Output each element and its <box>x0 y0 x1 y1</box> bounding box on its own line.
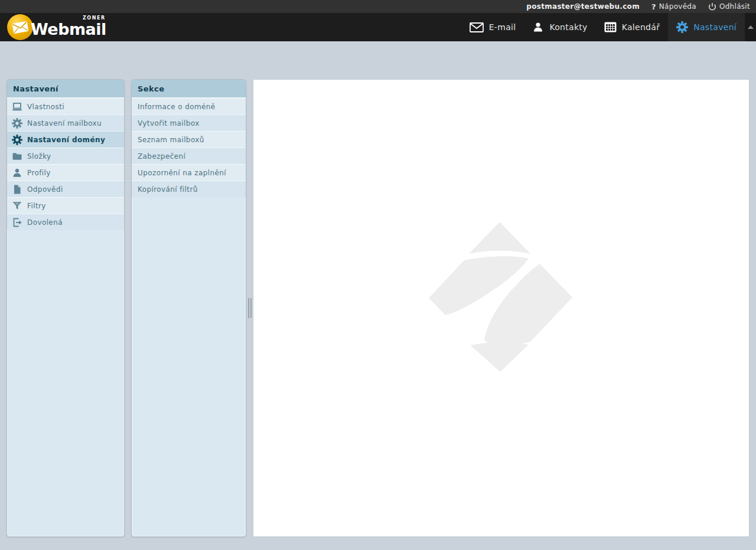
settings-item-dovolena[interactable]: Dovolená <box>7 214 124 230</box>
envelope-logo-icon <box>7 14 33 40</box>
person-icon <box>12 168 22 178</box>
nav-email[interactable]: E-mail <box>461 13 524 41</box>
settings-item-label: Nastavení domény <box>27 136 105 144</box>
monitor-icon <box>12 102 22 112</box>
calendar-icon <box>604 22 617 32</box>
settings-item-label: Dovolená <box>27 218 63 227</box>
settings-item-filtry[interactable]: Filtry <box>7 197 124 214</box>
funnel-icon <box>12 201 22 211</box>
settings-panel-title: Nastavení <box>7 80 124 98</box>
section-item-informace-o-domene[interactable]: Informace o doméně <box>132 98 246 114</box>
panel-splitter[interactable] <box>246 79 253 537</box>
zoner-watermark-logo <box>428 221 573 372</box>
nav-nastaveni[interactable]: Nastavení <box>668 13 745 41</box>
nav-kalendar-label: Kalendář <box>622 22 660 32</box>
question-icon: ? <box>651 2 656 11</box>
section-item-label: Vytvořit mailbox <box>138 119 200 127</box>
gear-icon <box>676 21 688 33</box>
person-icon <box>532 21 544 33</box>
nav-email-label: E-mail <box>489 22 516 32</box>
nav-kontakty-label: Kontakty <box>549 22 587 32</box>
collapse-header-button[interactable] <box>745 13 756 41</box>
section-item-label: Zabezpečení <box>138 152 185 161</box>
section-item-seznam-mailboxu[interactable]: Seznam mailboxů <box>132 131 246 148</box>
settings-item-label: Složky <box>27 152 51 161</box>
chevron-up-icon <box>748 25 754 29</box>
webmail-logo[interactable]: ZONER Webmail <box>7 14 106 40</box>
envelope-icon <box>470 22 484 32</box>
section-item-kopirovani-filtru[interactable]: Kopírování filtrů <box>132 181 246 197</box>
logo-zoner-label: ZONER <box>83 15 106 21</box>
topbar: postmaster@testwebu.com ? Nápověda Odhlá… <box>0 0 756 13</box>
settings-item-vlastnosti[interactable]: Vlastnosti <box>7 98 124 114</box>
settings-item-label: Odpovědi <box>27 185 63 194</box>
section-item-zabezpeceni[interactable]: Zabezpečení <box>132 148 246 164</box>
gear-icon <box>12 135 22 145</box>
section-item-label: Kopírování filtrů <box>138 185 198 194</box>
section-item-label: Upozornění na zaplnění <box>138 169 226 177</box>
settings-panel: Nastavení Vlastnosti Nastavení mailboxu … <box>6 79 125 537</box>
app-header: ZONER Webmail E-mail Kontakty Kalendář <box>0 13 756 41</box>
content-panel <box>253 79 750 537</box>
settings-item-label: Nastavení mailboxu <box>27 119 102 127</box>
section-item-vytvorit-mailbox[interactable]: Vytvořit mailbox <box>132 114 246 131</box>
settings-item-slozky[interactable]: Složky <box>7 148 124 164</box>
section-item-label: Informace o doméně <box>138 103 216 111</box>
sections-panel-title: Sekce <box>132 80 246 98</box>
nav-kontakty[interactable]: Kontakty <box>524 13 595 41</box>
folder-icon <box>12 151 22 162</box>
nav-kalendar[interactable]: Kalendář <box>596 13 669 41</box>
help-label: Nápověda <box>659 2 696 11</box>
gear-icon <box>12 118 22 129</box>
settings-item-label: Filtry <box>27 202 46 210</box>
user-email: postmaster@testwebu.com <box>526 2 640 11</box>
settings-item-odpovedi[interactable]: Odpovědi <box>7 181 124 197</box>
logout-label: Odhlásit <box>719 2 750 11</box>
power-icon <box>708 2 716 11</box>
logo-text: ZONER Webmail <box>31 17 106 37</box>
settings-item-nastaveni-domeny[interactable]: Nastavení domény <box>7 131 124 148</box>
exit-icon <box>12 217 22 228</box>
settings-item-label: Profily <box>27 169 51 177</box>
sections-panel: Sekce Informace o doméně Vytvořit mailbo… <box>131 79 246 537</box>
section-item-label: Seznam mailboxů <box>138 136 204 144</box>
section-item-upozorneni-na-zaplneni[interactable]: Upozornění na zaplnění <box>132 164 246 181</box>
main-nav: E-mail Kontakty Kalendář Nastavení <box>461 13 756 41</box>
nav-nastaveni-label: Nastavení <box>693 22 737 32</box>
settings-item-profily[interactable]: Profily <box>7 164 124 181</box>
settings-item-nastaveni-mailboxu[interactable]: Nastavení mailboxu <box>7 114 124 131</box>
settings-item-label: Vlastnosti <box>27 103 64 111</box>
help-link[interactable]: ? Nápověda <box>651 2 696 11</box>
document-icon <box>12 184 22 195</box>
logout-link[interactable]: Odhlásit <box>708 2 750 11</box>
